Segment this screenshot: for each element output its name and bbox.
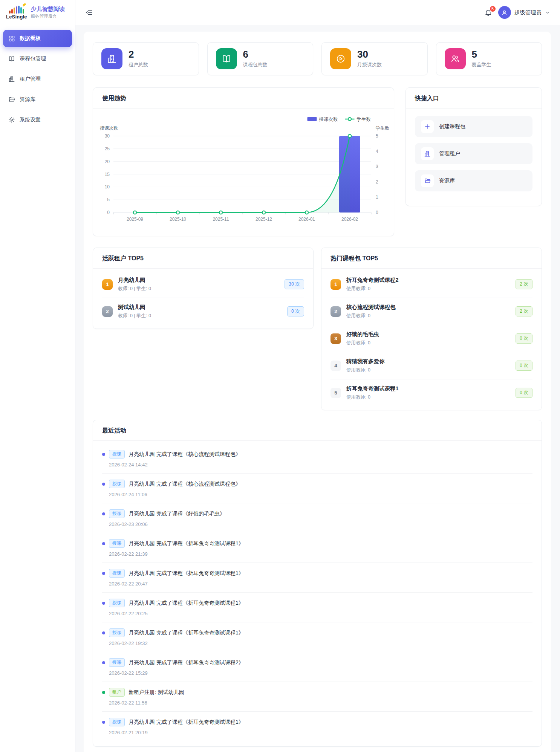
activity-item: 授课月亮幼儿园 完成了课程《折耳兔奇奇测试课程2》 2026-02-22 15:… [102,652,532,682]
sidebar-item-label: 资源库 [20,96,35,103]
course-rank-row[interactable]: 3 好饿的毛毛虫 使用教师: 0 0 次 [330,325,532,352]
dashboard-container: 2租户总数 6课程包总数 30月授课次数 [84,32,551,752]
tenant-name: 测试幼儿园 [118,304,151,311]
sidebar-item-resources[interactable]: 资源库 [3,91,72,108]
stat-label: 覆盖学生 [472,61,491,68]
quick-entry-label: 创建课程包 [439,123,465,130]
user-menu[interactable]: 超级管理员 [498,6,551,19]
activity-item: 授课月亮幼儿园 完成了课程《折耳兔奇奇测试课程1》 2026-02-22 21:… [102,533,532,562]
recent-activity-card: 最近活动 授课月亮幼儿园 完成了课程《核心流程测试课程包》 2026-02-24… [93,420,542,747]
building-icon [101,48,122,69]
open-book-icon [216,48,237,69]
course-rank-row[interactable]: 2 核心流程测试课程包 使用教师: 0 2 次 [330,298,532,325]
activity-timestamp: 2026-02-22 20:47 [109,581,532,587]
activity-type-badge: 授课 [109,569,125,578]
course-name: 折耳兔奇奇测试课程2 [346,277,399,284]
sidebar-item-tenants[interactable]: 租户管理 [3,70,72,88]
activity-timestamp: 2026-02-21 20:19 [109,730,532,735]
quick-entry-manage-tenants[interactable]: 管理租户 [415,143,532,164]
svg-text:2025-09: 2025-09 [127,217,143,222]
open-book-icon [8,55,15,62]
stat-card-monthly-lessons: 30月授课次数 [321,42,428,75]
course-detail: 使用教师: 0 [346,394,399,400]
quick-entry-resources[interactable]: 资源库 [415,170,532,191]
card-title: 使用趋势 [102,95,126,101]
building-icon [421,147,434,160]
svg-text:15: 15 [105,172,110,177]
activity-type-badge: 授课 [109,480,125,488]
card-title: 活跃租户 TOP5 [102,255,144,261]
activity-text: 月亮幼儿园 完成了课程《折耳兔奇奇测试课程1》 [129,570,244,577]
course-name: 好饿的毛毛虫 [346,331,379,338]
activity-text: 月亮幼儿园 完成了课程《折耳兔奇奇测试课程2》 [129,659,244,666]
stat-card-course-packages: 6课程包总数 [207,42,314,75]
quick-entry-label: 资源库 [439,177,455,184]
svg-text:1: 1 [376,194,378,200]
svg-text:2025-10: 2025-10 [170,217,186,222]
play-circle-icon [330,48,351,69]
usage-count-badge: 0 次 [516,333,532,344]
course-detail: 使用教师: 0 [346,313,396,319]
course-rank-row[interactable]: 4 猜猜我有多爱你 使用教师: 0 0 次 [330,352,532,379]
activity-type-badge: 授课 [109,509,125,518]
stat-card-students: 5覆盖学生 [436,42,542,75]
svg-text:授课次数: 授课次数 [319,117,338,122]
folder-icon [421,174,434,187]
course-name: 核心流程测试课程包 [346,304,396,311]
stat-value: 30 [357,49,382,60]
stat-value: 5 [472,49,491,60]
activity-type-badge: 租户 [109,688,125,697]
tenant-name: 月亮幼儿园 [118,277,151,284]
activity-text: 月亮幼儿园 完成了课程《核心流程测试课程包》 [129,451,241,458]
quick-entry-label: 管理租户 [439,150,460,157]
rank-badge: 4 [330,361,341,371]
usage-count-badge: 0 次 [287,306,304,316]
activity-dot [102,631,105,634]
activity-dot [102,691,105,694]
notification-count-badge: 5 [489,5,496,12]
usage-count-badge: 30 次 [285,279,304,289]
activity-dot [102,483,105,486]
sidebar-item-course-packages[interactable]: 课程包管理 [3,50,72,67]
quick-entry-create-course[interactable]: 创建课程包 [415,116,532,137]
fold-icon [85,9,93,16]
active-tenants-card: 活跃租户 TOP5 1 月亮幼儿园 教师: 0 | 学生: 0 30 次 2 测… [93,248,314,329]
sidebar-item-settings[interactable]: 系统设置 [3,111,72,128]
tenant-rank-row[interactable]: 1 月亮幼儿园 教师: 0 | 学生: 0 30 次 [102,271,304,298]
course-rank-row[interactable]: 1 折耳兔奇奇测试课程2 使用教师: 0 2 次 [330,271,532,298]
sidebar: LeSingle 少儿智慧阅读 服务管理后台 数据看板 课程包管理 租户管理 资… [0,0,75,752]
svg-text:授课次数: 授课次数 [99,125,118,131]
activity-item: 授课月亮幼儿园 完成了课程《折耳兔奇奇测试课程1》 2026-02-22 20:… [102,562,532,592]
usage-count-badge: 0 次 [516,388,532,398]
sidebar-item-dashboard[interactable]: 数据看板 [3,30,72,47]
app-title: 少儿智慧阅读 [31,6,65,13]
activity-type-badge: 授课 [109,658,125,667]
chevron-down-icon [545,10,550,15]
course-rank-row[interactable]: 5 折耳兔奇奇测试课程1 使用教师: 0 0 次 [330,379,532,406]
quick-entry-card: 快捷入口 创建课程包 管理租户 资源库 [405,87,542,206]
stat-label: 月授课次数 [357,61,382,68]
folder-icon [8,96,15,103]
card-title: 最近活动 [102,427,126,434]
person-icon [501,9,508,16]
notifications-button[interactable]: 5 [484,9,492,17]
tenant-rank-row[interactable]: 2 测试幼儿园 教师: 0 | 学生: 0 0 次 [102,298,304,325]
sidebar-collapse-button[interactable] [85,9,93,16]
page-content: 2租户总数 6课程包总数 30月授课次数 [75,25,560,752]
course-detail: 使用教师: 0 [346,286,399,292]
activity-type-badge: 授课 [109,450,125,459]
rank-badge: 2 [102,306,113,317]
activity-item: 授课月亮幼儿园 完成了课程《折耳兔奇奇测试课程1》 2026-02-21 20:… [102,711,532,741]
activity-dot [102,512,105,515]
activity-timestamp: 2026-02-22 15:29 [109,670,532,676]
logo-bars-icon [9,5,24,14]
activity-item: 授课月亮幼儿园 完成了课程《核心流程测试课程包》 2026-02-24 14:4… [102,444,532,473]
app-logo: LeSingle [6,5,27,20]
course-name: 猜猜我有多爱你 [346,358,385,365]
activity-timestamp: 2026-02-22 19:32 [109,640,532,646]
activity-text: 月亮幼儿园 完成了课程《折耳兔奇奇测试课程1》 [129,540,244,547]
topbar: 5 超级管理员 [75,0,560,25]
activity-text: 月亮幼儿园 完成了课程《折耳兔奇奇测试课程1》 [129,600,244,607]
building-icon [8,76,15,83]
activity-text: 月亮幼儿园 完成了课程《折耳兔奇奇测试课程1》 [129,719,244,726]
